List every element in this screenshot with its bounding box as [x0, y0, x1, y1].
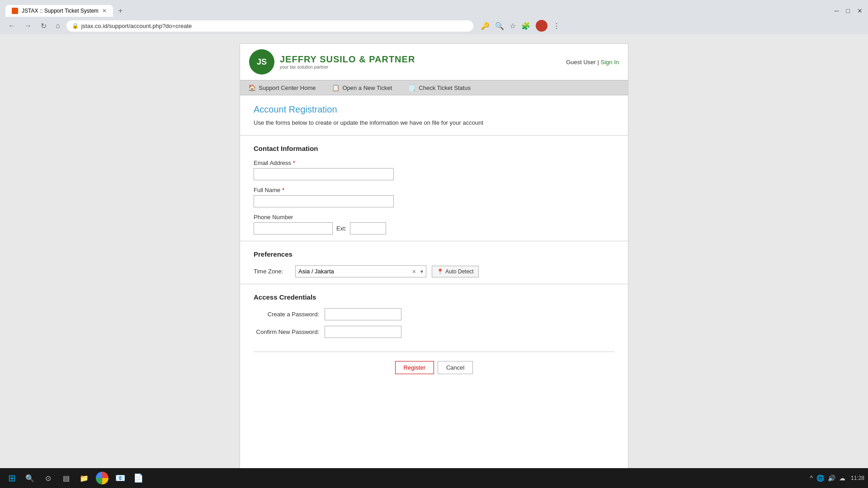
ext-label: Ext: — [336, 225, 346, 232]
header-user-area: Guest User | Sign In — [566, 59, 619, 66]
reader-icon: 📄 — [133, 473, 143, 483]
phone-label: Phone Number — [254, 214, 614, 221]
nav-support-center-home[interactable]: 🏠 Support Center Home — [240, 80, 324, 95]
tab-title: JSTAX :: Support Ticket System — [22, 8, 99, 14]
search-icon[interactable]: 🔍 — [495, 22, 504, 30]
key-icon[interactable]: 🔑 — [481, 22, 490, 30]
timezone-row: Time Zone: Asia / Jakarta Asia / Singapo… — [254, 265, 614, 277]
tray-up-arrow[interactable]: ^ — [810, 474, 813, 482]
nav-open-ticket[interactable]: 📋 Open a New Ticket — [324, 80, 400, 95]
new-tab-button[interactable]: + — [115, 5, 126, 17]
section-divider-1 — [240, 135, 628, 136]
status-nav-icon: 🗒️ — [408, 84, 416, 91]
location-icon: 📍 — [437, 268, 443, 275]
user-avatar[interactable] — [536, 20, 547, 32]
bookmark-icon[interactable]: ☆ — [509, 22, 516, 30]
explorer-button[interactable]: 📁 — [76, 470, 92, 486]
confirm-password-row: Confirm New Password: — [254, 326, 614, 338]
form-buttons: Register Cancel — [254, 352, 614, 374]
confirm-password-label: Confirm New Password: — [254, 328, 319, 335]
register-button[interactable]: Register — [395, 361, 434, 374]
credentials-section-title: Access Credentials — [254, 293, 614, 301]
phone-row: Ext: — [254, 222, 614, 235]
select-arrow-icon[interactable]: ▾ — [418, 268, 426, 275]
nav-bar: 🏠 Support Center Home 📋 Open a New Ticke… — [240, 80, 628, 95]
tab-close-button[interactable]: ✕ — [102, 8, 107, 14]
main-content: Account Registration Use the forms below… — [240, 95, 628, 388]
minimize-button[interactable]: ─ — [835, 7, 839, 14]
cancel-button[interactable]: Cancel — [438, 361, 473, 374]
fullname-label: Full Name * — [254, 187, 614, 193]
url-text: jstax.co.id/support/account.php?do=creat… — [81, 23, 192, 29]
tab-area: JSTAX :: Support Ticket System ✕ + — [5, 5, 126, 17]
logo-area: JS JEFFRY SUSILO & PARTNER your tax solu… — [249, 49, 415, 75]
lock-icon: 🔒 — [72, 23, 79, 29]
address-bar-row: ← → ↻ ⌂ 🔒 jstax.co.id/support/account.ph… — [0, 18, 868, 34]
search-taskbar-icon: 🔍 — [25, 474, 34, 483]
phone-group: Phone Number Ext: — [254, 214, 614, 235]
chrome-taskbar-button[interactable] — [94, 470, 110, 486]
contact-section-title: Contact Information — [254, 145, 614, 152]
page-title: Account Registration — [254, 104, 614, 115]
nav-status-label: Check Ticket Status — [419, 84, 471, 91]
home-nav-icon: 🏠 — [248, 84, 256, 91]
extension-icon[interactable]: 🧩 — [521, 22, 530, 30]
fullname-input[interactable] — [254, 195, 394, 207]
password-label: Create a Password: — [254, 311, 319, 318]
tray-network-icon[interactable]: 🌐 — [816, 474, 824, 482]
confirm-password-input[interactable] — [325, 326, 401, 338]
company-name: JEFFRY SUSILO & PARTNER — [280, 54, 415, 65]
tab-favicon — [12, 8, 18, 14]
password-input[interactable] — [325, 308, 401, 320]
outlook-taskbar-button[interactable]: 📧 — [112, 470, 128, 486]
section-divider-2 — [240, 241, 628, 241]
page-content: JS JEFFRY SUSILO & PARTNER your tax solu… — [0, 34, 868, 486]
page-wrapper: JS JEFFRY SUSILO & PARTNER your tax solu… — [240, 43, 628, 477]
chrome-icon — [96, 472, 108, 484]
search-taskbar-button[interactable]: 🔍 — [22, 470, 38, 486]
menu-icon[interactable]: ⋮ — [553, 22, 560, 30]
email-label: Email Address * — [254, 160, 614, 166]
section-divider-3 — [240, 284, 628, 284]
sign-in-link[interactable]: Sign In — [601, 59, 619, 66]
ext-input[interactable] — [350, 222, 386, 235]
page-description: Use the forms below to create or update … — [254, 119, 614, 126]
browser-actions: 🔑 🔍 ☆ 🧩 ⋮ — [481, 20, 560, 32]
site-header: JS JEFFRY SUSILO & PARTNER your tax solu… — [240, 44, 628, 80]
taskbar-time: 11:28 — [851, 475, 864, 481]
nav-check-status[interactable]: 🗒️ Check Ticket Status — [400, 80, 479, 95]
taskbar-right: ^ 🌐 🔊 ☁ 11:28 — [810, 474, 864, 482]
widgets-icon: ▤ — [63, 474, 70, 483]
explorer-icon: 📁 — [80, 474, 89, 483]
nav-ticket-label: Open a New Ticket — [342, 84, 392, 91]
auto-detect-button[interactable]: 📍 Auto Detect — [432, 266, 479, 277]
email-input[interactable] — [254, 168, 394, 180]
phone-input[interactable] — [254, 222, 333, 235]
timezone-select[interactable]: Asia / Jakarta Asia / Singapore UTC — [296, 266, 410, 277]
outlook-icon: 📧 — [115, 473, 125, 483]
active-tab[interactable]: JSTAX :: Support Ticket System ✕ — [5, 5, 113, 17]
address-bar[interactable]: 🔒 jstax.co.id/support/account.php?do=cre… — [66, 20, 473, 32]
windows-logo-icon: ⊞ — [8, 473, 16, 483]
guest-user-text: Guest User | — [566, 59, 599, 66]
fullname-required-star: * — [282, 187, 284, 193]
ticket-nav-icon: 📋 — [332, 84, 340, 91]
home-button[interactable]: ⌂ — [53, 21, 63, 31]
timezone-label: Time Zone: — [254, 268, 290, 275]
start-button[interactable]: ⊞ — [4, 470, 20, 486]
window-controls: ─ □ ✕ — [835, 7, 863, 14]
task-view-icon: ⊙ — [45, 474, 51, 483]
refresh-button[interactable]: ↻ — [38, 21, 49, 31]
task-view-button[interactable]: ⊙ — [40, 470, 56, 486]
preferences-section-title: Preferences — [254, 250, 614, 258]
tray-volume-icon[interactable]: 🔊 — [828, 474, 835, 482]
reader-taskbar-button[interactable]: 📄 — [130, 470, 146, 486]
widgets-button[interactable]: ▤ — [58, 470, 74, 486]
tray-onedrive-icon[interactable]: ☁ — [839, 474, 845, 482]
back-button[interactable]: ← — [5, 21, 18, 31]
select-clear-button[interactable]: × — [410, 268, 418, 275]
fullname-group: Full Name * — [254, 187, 614, 207]
forward-button[interactable]: → — [22, 21, 34, 31]
maximize-button[interactable]: □ — [846, 7, 850, 14]
close-button[interactable]: ✕ — [857, 7, 863, 14]
